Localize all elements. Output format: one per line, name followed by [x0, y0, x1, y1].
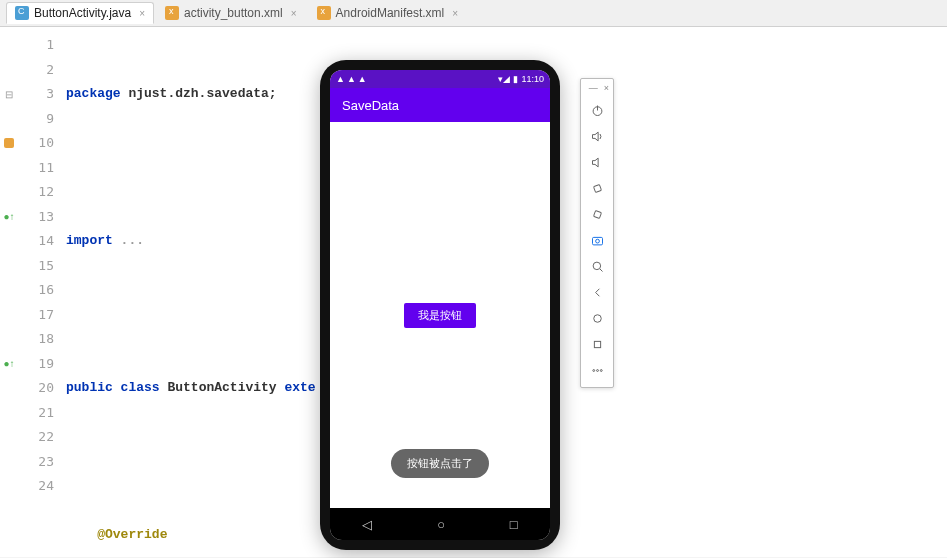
- tab-label: activity_button.xml: [184, 6, 283, 20]
- svg-line-9: [600, 269, 603, 272]
- tab-label: ButtonActivity.java: [34, 6, 131, 20]
- tab-manifest-xml[interactable]: AndroidManifest.xml ×: [308, 2, 468, 24]
- code-keyword: import: [66, 233, 113, 248]
- code-text: ButtonActivity: [160, 380, 285, 395]
- clock: 11:10: [521, 74, 544, 84]
- svg-point-12: [592, 369, 594, 371]
- svg-point-13: [596, 369, 598, 371]
- close-icon[interactable]: ×: [604, 83, 609, 93]
- svg-rect-4: [593, 184, 601, 192]
- gutter-icons: ⊟ ●↑ ●↑: [0, 27, 18, 557]
- svg-rect-5: [593, 210, 601, 218]
- svg-point-7: [595, 239, 599, 243]
- close-icon[interactable]: ×: [139, 8, 145, 19]
- home-icon[interactable]: ○: [437, 517, 445, 532]
- xml-file-icon: [165, 6, 179, 20]
- svg-marker-3: [592, 158, 598, 167]
- minimize-icon[interactable]: —: [589, 83, 598, 93]
- app-bar: SaveData: [330, 88, 550, 122]
- close-icon[interactable]: ×: [452, 8, 458, 19]
- status-left: ▲▲▲: [336, 74, 367, 84]
- camera-icon[interactable]: [584, 227, 610, 253]
- back-icon[interactable]: ◁: [362, 517, 372, 532]
- emulator-screen[interactable]: ▲▲▲ ▾◢▮11:10 SaveData 我是按钮 按钮被点击了 ◁ ○ □: [330, 70, 550, 540]
- home-button-icon[interactable]: [584, 305, 610, 331]
- svg-rect-6: [592, 237, 602, 245]
- svg-point-10: [593, 314, 601, 322]
- android-emulator: ▲▲▲ ▾◢▮11:10 SaveData 我是按钮 按钮被点击了 ◁ ○ □: [320, 60, 560, 550]
- code-keyword: package: [66, 86, 121, 101]
- tab-activity-xml[interactable]: activity_button.xml ×: [156, 2, 306, 24]
- svg-point-8: [593, 262, 601, 270]
- editor-tabs: ButtonActivity.java × activity_button.xm…: [0, 0, 947, 27]
- overview-icon[interactable]: □: [510, 517, 518, 532]
- status-bar: ▲▲▲ ▾◢▮11:10: [330, 70, 550, 88]
- line-gutter: 1239101112131415161718192021222324: [18, 27, 62, 557]
- code-keyword: exte: [284, 380, 315, 395]
- volume-up-icon[interactable]: [584, 123, 610, 149]
- code-keyword: public class: [66, 380, 160, 395]
- java-file-icon: [15, 6, 29, 20]
- rotate-right-icon[interactable]: [584, 201, 610, 227]
- app-title: SaveData: [342, 98, 399, 113]
- status-right: ▾◢▮11:10: [498, 74, 544, 84]
- tab-java[interactable]: ButtonActivity.java ×: [6, 2, 154, 24]
- tab-label: AndroidManifest.xml: [336, 6, 445, 20]
- rotate-left-icon[interactable]: [584, 175, 610, 201]
- demo-button[interactable]: 我是按钮: [404, 303, 476, 328]
- zoom-icon[interactable]: [584, 253, 610, 279]
- power-icon[interactable]: [584, 97, 610, 123]
- more-icon[interactable]: [584, 357, 610, 383]
- back-button-icon[interactable]: [584, 279, 610, 305]
- app-body: 我是按钮 按钮被点击了: [330, 122, 550, 508]
- overview-button-icon[interactable]: [584, 331, 610, 357]
- toast-message: 按钮被点击了: [391, 449, 489, 478]
- svg-point-14: [600, 369, 602, 371]
- code-text: njust.dzh.savedata;: [121, 86, 277, 101]
- svg-marker-2: [592, 132, 598, 141]
- svg-rect-11: [594, 341, 600, 347]
- close-icon[interactable]: ×: [291, 8, 297, 19]
- volume-down-icon[interactable]: [584, 149, 610, 175]
- nav-bar: ◁ ○ □: [330, 508, 550, 540]
- annotation: @Override: [97, 527, 167, 542]
- code-text: ...: [113, 233, 144, 248]
- emulator-toolbar: — ×: [580, 78, 614, 388]
- toolbar-titlebar: — ×: [581, 83, 613, 97]
- xml-file-icon: [317, 6, 331, 20]
